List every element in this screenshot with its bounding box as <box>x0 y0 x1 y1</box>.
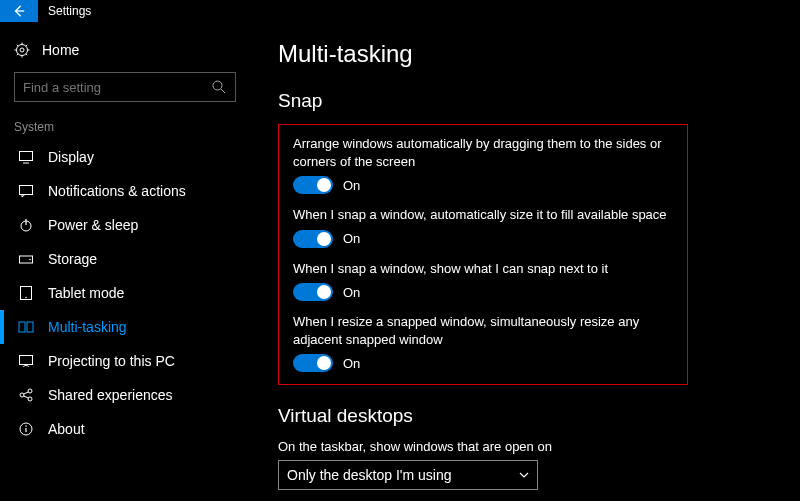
drive-icon <box>18 251 34 267</box>
nav-multitasking[interactable]: Multi-tasking <box>0 310 250 344</box>
toggle-state: On <box>343 231 360 246</box>
toggle-knob <box>317 285 331 299</box>
group-label-system: System <box>0 116 250 140</box>
chat-icon <box>18 183 34 199</box>
home-label: Home <box>42 42 79 58</box>
nav-label: Display <box>48 149 236 165</box>
app-title: Settings <box>48 4 91 18</box>
svg-line-9 <box>26 45 27 46</box>
svg-point-10 <box>213 81 222 90</box>
snap-group-highlighted: Arrange windows automatically by draggin… <box>278 124 688 385</box>
nav-label: Power & sleep <box>48 217 236 233</box>
multitask-icon <box>18 319 34 335</box>
titlebar: Settings <box>0 0 800 22</box>
nav-projecting[interactable]: Projecting to this PC <box>0 344 250 378</box>
search-box[interactable] <box>14 72 236 102</box>
toggle-snap-fill[interactable] <box>293 230 333 248</box>
setting-desc: When I resize a snapped window, simultan… <box>293 313 673 348</box>
share-icon <box>18 387 34 403</box>
vd-taskbar-combo[interactable]: Only the desktop I'm using <box>278 460 538 490</box>
nav-label: Storage <box>48 251 236 267</box>
page-title: Multi-tasking <box>278 40 774 68</box>
sidebar: Home System Display Notifications & acti… <box>0 22 250 501</box>
setting-snap-arrange: Arrange windows automatically by draggin… <box>293 135 673 194</box>
svg-point-26 <box>28 397 32 401</box>
setting-desc: When I snap a window, show what I can sn… <box>293 260 673 278</box>
svg-rect-23 <box>20 356 33 365</box>
nav-power[interactable]: Power & sleep <box>0 208 250 242</box>
power-icon <box>18 217 34 233</box>
toggle-state: On <box>343 178 360 193</box>
nav-tablet[interactable]: Tablet mode <box>0 276 250 310</box>
section-vd-title: Virtual desktops <box>278 405 774 427</box>
setting-snap-assist: When I snap a window, show what I can sn… <box>293 260 673 302</box>
nav-label: Tablet mode <box>48 285 236 301</box>
nav-label: Multi-tasking <box>48 319 236 335</box>
svg-point-25 <box>28 389 32 393</box>
main-content: Multi-tasking Snap Arrange windows autom… <box>250 22 800 501</box>
svg-line-28 <box>24 396 29 398</box>
toggle-state: On <box>343 356 360 371</box>
svg-line-8 <box>17 54 18 55</box>
nav-display[interactable]: Display <box>0 140 250 174</box>
chevron-down-icon <box>519 470 529 480</box>
home-button[interactable]: Home <box>0 34 250 66</box>
nav-notifications[interactable]: Notifications & actions <box>0 174 250 208</box>
svg-point-1 <box>20 48 24 52</box>
gear-icon <box>14 42 30 58</box>
svg-rect-14 <box>20 186 33 195</box>
nav-label: Projecting to this PC <box>48 353 236 369</box>
info-icon <box>18 421 34 437</box>
svg-point-24 <box>20 393 24 397</box>
svg-line-7 <box>26 54 27 55</box>
svg-rect-22 <box>27 322 33 332</box>
nav-shared[interactable]: Shared experiences <box>0 378 250 412</box>
svg-line-27 <box>24 392 29 394</box>
projecting-icon <box>18 353 34 369</box>
monitor-icon <box>18 149 34 165</box>
toggle-snap-resize[interactable] <box>293 354 333 372</box>
vd-desc: On the taskbar, show windows that are op… <box>278 439 774 454</box>
search-input[interactable] <box>23 80 211 95</box>
toggle-snap-assist[interactable] <box>293 283 333 301</box>
setting-snap-resize: When I resize a snapped window, simultan… <box>293 313 673 372</box>
svg-rect-21 <box>19 322 25 332</box>
svg-line-11 <box>221 89 225 93</box>
toggle-snap-arrange[interactable] <box>293 176 333 194</box>
section-snap-title: Snap <box>278 90 774 112</box>
setting-desc: When I snap a window, automatically size… <box>293 206 673 224</box>
nav-label: Shared experiences <box>48 387 236 403</box>
combo-selected: Only the desktop I'm using <box>287 467 452 483</box>
toggle-knob <box>317 178 331 192</box>
nav-label: About <box>48 421 236 437</box>
toggle-knob <box>317 356 331 370</box>
svg-line-6 <box>17 45 18 46</box>
toggle-knob <box>317 232 331 246</box>
setting-snap-fill: When I snap a window, automatically size… <box>293 206 673 248</box>
back-button[interactable] <box>0 0 38 22</box>
svg-point-20 <box>25 297 27 299</box>
nav-about[interactable]: About <box>0 412 250 446</box>
toggle-state: On <box>343 285 360 300</box>
svg-rect-12 <box>20 152 33 161</box>
back-arrow-icon <box>12 4 26 18</box>
svg-point-18 <box>29 259 31 261</box>
setting-desc: Arrange windows automatically by draggin… <box>293 135 673 170</box>
nav-label: Notifications & actions <box>48 183 236 199</box>
svg-point-30 <box>25 425 27 427</box>
search-icon <box>211 79 227 95</box>
nav-storage[interactable]: Storage <box>0 242 250 276</box>
tablet-icon <box>18 285 34 301</box>
